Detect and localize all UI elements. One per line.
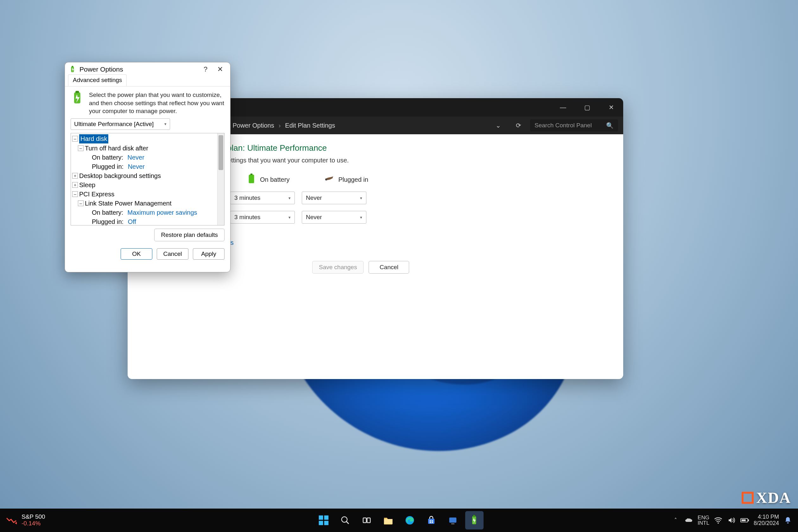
clock-time: 4:10 PM (754, 514, 779, 520)
taskbar-taskview[interactable] (358, 511, 376, 530)
svg-rect-9 (75, 91, 79, 93)
cp-close-button[interactable]: ✕ (599, 98, 623, 116)
power-plan-select[interactable]: Ultimate Performance [Active] ▾ (71, 118, 170, 130)
tree-value[interactable]: Never (128, 163, 145, 171)
taskbar-widget-stocks[interactable]: S&P 500 -0.14% (0, 514, 45, 527)
start-button[interactable] (315, 511, 333, 530)
stock-change: -0.14% (21, 520, 45, 527)
svg-rect-33 (742, 519, 746, 521)
dialog-close-button[interactable]: ✕ (214, 65, 226, 74)
svg-rect-19 (384, 519, 393, 524)
tree-plugged-in-pci[interactable]: Plugged in: Off (71, 217, 217, 225)
refresh-button[interactable]: ⟳ (513, 121, 524, 129)
svg-rect-29 (473, 515, 475, 517)
svg-point-2 (325, 178, 327, 180)
svg-rect-23 (432, 520, 433, 521)
svg-rect-26 (449, 517, 457, 522)
svg-rect-17 (363, 518, 366, 523)
expand-icon[interactable]: + (72, 173, 78, 178)
column-headers: On battery Plugged in (247, 173, 611, 186)
apply-button[interactable]: Apply (193, 248, 225, 260)
tree-value[interactable]: Maximum power savings (128, 208, 197, 217)
tree-plugged-in[interactable]: Plugged in: Never (71, 162, 217, 171)
restore-defaults-button[interactable]: Restore plan defaults (154, 229, 225, 241)
tree-sleep[interactable]: +Sleep (71, 180, 217, 190)
collapse-icon[interactable]: – (72, 136, 78, 141)
search-placeholder: Search Control Panel (534, 122, 592, 129)
xda-logo-square (742, 492, 754, 504)
sleep-plugged-dropdown[interactable]: Never▾ (302, 211, 366, 224)
tray-wifi-icon[interactable] (714, 516, 723, 525)
power-options-icon (69, 66, 76, 73)
taskbar-right: ˄ ENG INTL 4:10 PM 8/20/2024 (671, 514, 798, 527)
taskbar-explorer[interactable] (379, 511, 397, 530)
tab-advanced-settings[interactable]: Advanced settings (68, 74, 127, 86)
cp-maximize-button[interactable]: ▢ (575, 98, 599, 116)
taskbar-search[interactable] (336, 511, 354, 530)
expand-icon[interactable]: + (72, 182, 78, 188)
svg-rect-27 (451, 524, 454, 525)
display-plugged-dropdown[interactable]: Never▾ (302, 192, 366, 204)
display-battery-dropdown[interactable]: 3 minutes▾ (230, 192, 295, 204)
tree-view[interactable]: –Hard disk –Turn off hard disk after On … (71, 133, 217, 225)
taskbar-center (315, 509, 483, 532)
col-plugged-in: Plugged in (324, 176, 368, 184)
clock-date: 8/20/2024 (754, 520, 779, 527)
svg-marker-10 (15, 522, 17, 525)
taskbar-power-options[interactable] (465, 511, 483, 530)
scrollbar-thumb[interactable] (218, 135, 223, 170)
svg-rect-0 (249, 174, 254, 183)
tree-value[interactable]: Never (128, 153, 145, 162)
tray-notifications-icon[interactable] (783, 516, 792, 525)
chevron-down-icon: ▾ (288, 196, 291, 201)
collapse-icon[interactable]: – (72, 191, 78, 197)
svg-rect-7 (72, 66, 73, 67)
address-history-dropdown[interactable]: ⌄ (493, 121, 504, 129)
tree-turn-off-hard-disk[interactable]: –Turn off hard disk after (71, 144, 217, 153)
stock-down-icon (6, 515, 17, 526)
breadcrumb-item[interactable]: Power Options (232, 122, 274, 129)
collapse-icon[interactable]: – (78, 201, 83, 206)
tree-desktop-bg[interactable]: +Desktop background settings (71, 171, 217, 180)
sleep-battery-dropdown[interactable]: 3 minutes▾ (230, 211, 295, 224)
lang-primary: ENG (698, 515, 709, 520)
tray-clock[interactable]: 4:10 PM 8/20/2024 (754, 514, 779, 527)
cancel-button[interactable]: Cancel (157, 248, 188, 260)
save-changes-button[interactable]: Save changes (312, 261, 363, 273)
tree-scrollbar[interactable] (217, 133, 224, 225)
tree-value[interactable]: Off (128, 217, 136, 225)
col-label: On battery (260, 176, 289, 183)
tree-on-battery-pci[interactable]: On battery: Maximum power savings (71, 208, 217, 217)
tray-battery-icon[interactable] (740, 516, 749, 525)
breadcrumb-item[interactable]: Edit Plan Settings (285, 122, 335, 129)
dialog-help-button[interactable]: ? (200, 65, 211, 74)
collapse-icon[interactable]: – (78, 145, 83, 151)
tree-on-battery[interactable]: On battery: Never (71, 153, 217, 162)
tray-language[interactable]: ENG INTL (698, 515, 709, 526)
svg-line-16 (346, 521, 349, 524)
tree-link-state[interactable]: –Link State Power Management (71, 199, 217, 208)
tree-pci-express[interactable]: –PCI Express (71, 190, 217, 199)
button-row: Save changes Cancel (312, 261, 611, 273)
svg-rect-14 (324, 521, 329, 525)
tray-volume-icon[interactable] (727, 516, 736, 525)
settings-tree: –Hard disk –Turn off hard disk after On … (71, 133, 225, 226)
tray-onedrive-icon[interactable] (684, 516, 693, 525)
dialog-content: Select the power plan that you want to c… (65, 87, 230, 272)
ok-button[interactable]: OK (121, 248, 152, 260)
svg-rect-21 (428, 519, 435, 524)
cp-search-box[interactable]: Search Control Panel 🔍 (530, 119, 618, 131)
taskbar-settings[interactable] (444, 511, 462, 530)
power-options-dialog: Power Options ? ✕ Advanced settings Sele… (64, 62, 230, 272)
cancel-button[interactable]: Cancel (368, 261, 409, 273)
taskbar[interactable]: S&P 500 -0.14% ˄ EN (0, 509, 798, 532)
svg-point-30 (718, 522, 719, 524)
xda-logo-text: XDA (756, 490, 791, 506)
tree-hard-disk[interactable]: –Hard disk (71, 134, 217, 144)
tree-label: Desktop background settings (79, 172, 161, 180)
taskbar-store[interactable] (422, 511, 440, 530)
cp-minimize-button[interactable]: — (551, 98, 575, 116)
taskbar-edge[interactable] (401, 511, 419, 530)
tree-label: Turn off hard disk after (85, 144, 148, 153)
tray-chevron-up-icon[interactable]: ˄ (671, 516, 680, 525)
